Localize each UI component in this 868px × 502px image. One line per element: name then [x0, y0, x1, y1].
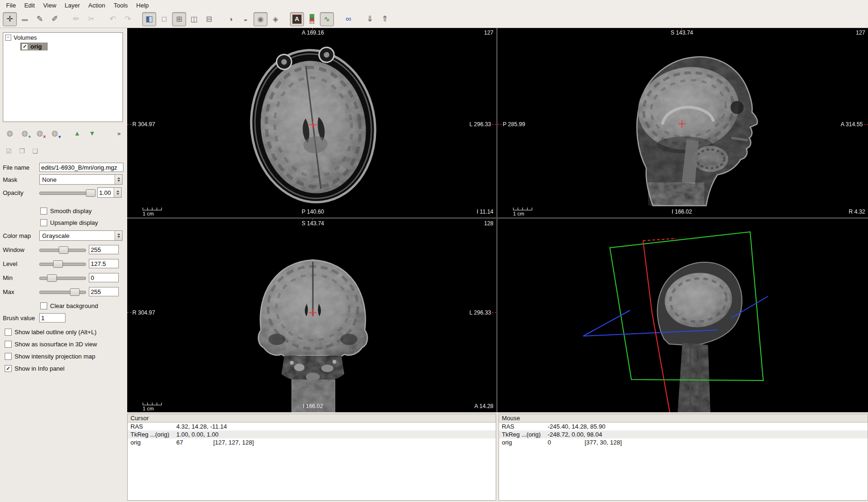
slider-handle[interactable] [86, 189, 95, 197]
axial-view[interactable]: A 169.16 127 R 304.97 L 296.33 P 140.60 … [127, 28, 496, 217]
slider-handle[interactable] [47, 274, 57, 282]
slice-tick-right [864, 124, 868, 125]
view-3d-button[interactable]: ◈ [268, 12, 282, 26]
layout-2x2-button[interactable]: ⊞ [172, 12, 186, 26]
show-intensity-projection-label: Show intensity projection map [14, 353, 95, 360]
layout-1x3-h-button[interactable]: ⊟ [202, 12, 216, 26]
min-input[interactable] [89, 273, 119, 282]
save-volume-sidebar-button[interactable]: ◍▾ [48, 127, 62, 139]
measure-tool-button[interactable]: ▬ [18, 12, 32, 26]
edit-toolbar: ☑ ❐ ❏ [0, 145, 124, 157]
redo-button[interactable]: ↷ [121, 12, 135, 26]
move-layer-up-button[interactable]: ▲ [70, 127, 84, 139]
file-name-input[interactable] [39, 163, 123, 172]
layout-1x1-button[interactable]: □ [157, 12, 171, 26]
coronal-bottom-label: I 166.02 [303, 403, 323, 409]
slice-tick-left [127, 312, 131, 313]
show-intensity-projection-checkbox[interactable] [5, 353, 12, 360]
toggle-control-panel-button[interactable]: ◧ [142, 12, 156, 26]
save-volume-button[interactable]: ⇑ [378, 12, 392, 26]
upsample-display-checkbox[interactable] [40, 219, 47, 226]
goto-point-button[interactable]: ∞ [341, 12, 355, 26]
load-volume-button[interactable]: ◍ [3, 127, 17, 139]
sagittal-head-icon: ◑ [228, 15, 232, 22]
slice-tick-left [127, 124, 131, 125]
show-annotations-button[interactable]: A [290, 12, 304, 26]
row-value: -245.40, 14.28, 85.90 [548, 423, 606, 430]
row-value: 1.00, 0.00, 1.00 [176, 431, 218, 438]
level-input[interactable] [89, 259, 119, 268]
opacity-spinbox[interactable] [97, 187, 122, 198]
max-slider[interactable] [39, 288, 86, 295]
menu-action[interactable]: Action [84, 1, 109, 10]
scissors-button[interactable]: ✂ [84, 12, 98, 26]
spin-arrows-icon [114, 188, 121, 197]
window-input[interactable] [89, 245, 119, 254]
info-row: orig 67 [127, 127, 128] [128, 438, 496, 446]
max-input[interactable] [89, 287, 119, 296]
layout-1x3-button[interactable]: ◫ [187, 12, 201, 26]
slider-handle[interactable] [53, 260, 63, 268]
toolbar-overflow-chevron[interactable]: » [117, 130, 121, 137]
polyline-edit-button[interactable]: ✏ [69, 12, 83, 26]
recon-edit-button[interactable]: ✐ [48, 12, 62, 26]
window-slider[interactable] [39, 246, 86, 253]
coronal-view[interactable]: S 143.74 128 R 304.97 L 296.33 I 166.02 … [127, 219, 496, 412]
move-layer-down-button[interactable]: ▼ [85, 127, 99, 139]
menu-tools[interactable]: Tools [109, 1, 132, 10]
view-3d[interactable] [498, 219, 868, 412]
view-coronal-button[interactable]: ◒ [239, 12, 253, 26]
mask-combo[interactable]: None [39, 174, 123, 185]
view-axial-button[interactable]: ◉ [253, 12, 268, 26]
voxel-edit-button[interactable]: ✎ [33, 12, 47, 26]
info-row: RAS 4.32, 14.28, -11.14 [128, 423, 496, 430]
copy-button[interactable]: ❐ [16, 145, 28, 157]
menu-edit[interactable]: Edit [20, 1, 39, 10]
show-label-outline-checkbox[interactable] [5, 329, 12, 336]
min-slider[interactable] [39, 274, 86, 281]
sagittal-view[interactable]: S 143.74 127 P 285.99 A 314.55 I 166.02 … [498, 28, 868, 217]
brush-value-input[interactable] [39, 313, 65, 323]
select-all-button[interactable]: ☑ [3, 145, 15, 157]
level-slider[interactable] [39, 260, 86, 267]
smooth-display-checkbox[interactable] [40, 208, 47, 215]
show-isosurface-checkbox[interactable] [5, 341, 12, 348]
show-colorbar-button[interactable] [305, 12, 319, 26]
color-map-combo[interactable]: Grayscale [39, 230, 123, 241]
row-label: orig [130, 439, 141, 446]
layout-1x3-icon: ◫ [190, 15, 197, 23]
navigate-tool-button[interactable]: ✛ [3, 12, 17, 26]
coronal-top-label: S 143.74 [302, 220, 324, 227]
volume-toolbar: ◍ ◍+ ◍× ◍▾ ▲ ▼ » [0, 126, 124, 140]
coronal-mri-image [127, 219, 496, 412]
menu-view[interactable]: View [39, 1, 60, 10]
upsample-display-label: Upsample display [50, 219, 98, 226]
orig-visible-checkbox[interactable]: ✓ [22, 43, 28, 50]
opacity-input[interactable] [98, 188, 114, 197]
menu-help[interactable]: Help [132, 1, 153, 10]
volumes-label: Volumes [14, 34, 37, 41]
menu-file[interactable]: File [2, 1, 20, 10]
viewport-area: A 169.16 127 R 304.97 L 296.33 P 140.60 … [127, 28, 868, 412]
opacity-label: Opacity [3, 189, 36, 196]
slider-handle[interactable] [59, 246, 69, 254]
slider-handle[interactable] [70, 288, 80, 296]
tree-item-orig[interactable]: ✓ orig [20, 43, 48, 50]
slice-tick-top [681, 28, 682, 32]
opacity-slider[interactable] [39, 189, 94, 196]
save-screenshot-button[interactable]: ⇓ [363, 12, 377, 26]
up-arrow-icon: ▲ [74, 130, 80, 136]
volumes-tree-root[interactable]: − Volumes [3, 33, 123, 43]
tree-expander-icon[interactable]: − [5, 35, 11, 41]
view-sagittal-button[interactable]: ◑ [224, 12, 238, 26]
histogram-button[interactable]: ∿ [320, 12, 334, 26]
close-volume-button[interactable]: ◍× [33, 127, 47, 139]
clear-background-checkbox[interactable] [40, 302, 47, 309]
slider-groove [39, 277, 86, 280]
undo-button[interactable]: ↶ [106, 12, 120, 26]
show-in-info-panel-checkbox[interactable]: ✓ [5, 365, 12, 372]
menu-layer[interactable]: Layer [60, 1, 84, 10]
paste-button[interactable]: ❏ [29, 145, 41, 157]
row-label: RAS [502, 423, 514, 430]
new-volume-button[interactable]: ◍+ [18, 127, 32, 139]
